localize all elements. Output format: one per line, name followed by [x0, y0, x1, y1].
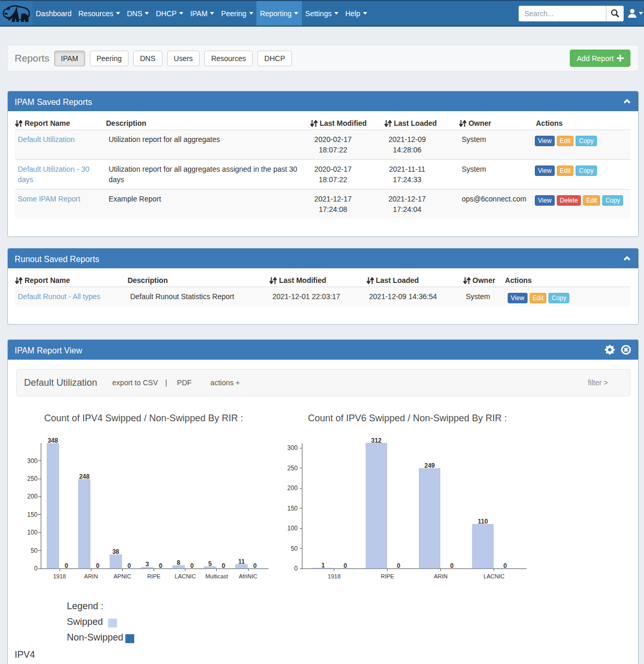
svg-text:0: 0: [397, 562, 401, 570]
svg-text:APNIC: APNIC: [113, 573, 131, 579]
svg-text:38: 38: [112, 548, 120, 555]
svg-text:5: 5: [208, 560, 212, 567]
svg-text:0: 0: [190, 562, 194, 570]
svg-text:0: 0: [65, 562, 68, 570]
svg-text:0: 0: [450, 562, 454, 570]
svg-text:0: 0: [96, 562, 100, 570]
svg-text:200: 200: [27, 493, 38, 500]
svg-text:348: 348: [48, 437, 58, 444]
svg-text:1: 1: [321, 562, 325, 569]
svg-text:0: 0: [159, 562, 162, 570]
svg-text:ARIN: ARIN: [84, 573, 98, 579]
svg-text:150: 150: [287, 505, 298, 512]
svg-text:300: 300: [287, 444, 298, 452]
svg-text:Count of IPV6 Swipped / Non-Sw: Count of IPV6 Swipped / Non-Swipped By R…: [308, 413, 507, 423]
svg-text:LACNIC: LACNIC: [484, 573, 505, 579]
svg-text:0: 0: [127, 562, 131, 570]
svg-text:RIPE: RIPE: [381, 573, 394, 579]
svg-text:AfriNIC: AfriNIC: [239, 573, 257, 579]
svg-text:50: 50: [291, 545, 298, 552]
svg-text:150: 150: [27, 511, 38, 518]
svg-text:50: 50: [31, 547, 38, 554]
svg-text:0: 0: [34, 565, 38, 572]
svg-text:8: 8: [177, 559, 181, 566]
svg-text:249: 249: [424, 462, 435, 469]
svg-text:100: 100: [27, 529, 38, 536]
svg-text:3: 3: [145, 561, 149, 568]
svg-text:250: 250: [287, 465, 298, 472]
svg-text:0: 0: [253, 562, 257, 570]
svg-text:11: 11: [238, 558, 245, 565]
svg-text:250: 250: [27, 475, 38, 482]
svg-text:RIPE: RIPE: [147, 573, 161, 579]
svg-text:Multicast: Multicast: [205, 573, 228, 579]
svg-text:0: 0: [344, 562, 347, 570]
svg-text:1918: 1918: [328, 573, 341, 579]
svg-text:110: 110: [478, 518, 488, 525]
svg-text:300: 300: [27, 457, 38, 465]
svg-text:100: 100: [287, 525, 298, 532]
svg-text:Count of IPV4 Swipped / Non-Sw: Count of IPV4 Swipped / Non-Swipped By R…: [44, 413, 243, 423]
svg-text:ARIN: ARIN: [434, 573, 448, 579]
svg-text:248: 248: [79, 473, 89, 480]
svg-text:312: 312: [371, 437, 381, 444]
svg-text:0: 0: [294, 565, 298, 572]
svg-text:LACNIC: LACNIC: [175, 573, 196, 579]
svg-text:0: 0: [222, 562, 226, 570]
svg-text:200: 200: [287, 484, 298, 492]
svg-text:1918: 1918: [53, 573, 66, 579]
svg-text:0: 0: [504, 562, 507, 570]
